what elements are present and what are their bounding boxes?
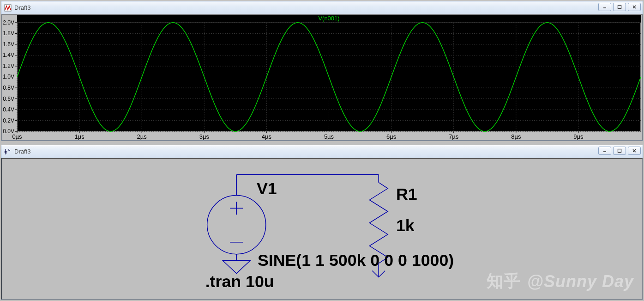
svg-text:3µs: 3µs — [199, 133, 209, 140]
close-button[interactable] — [628, 147, 641, 155]
svg-text:1.2V: 1.2V — [3, 63, 14, 69]
svg-rect-2 — [618, 6, 621, 9]
label-sine: SINE(1 1 500k 0 0 0 1000) — [258, 251, 454, 270]
svg-text:8µs: 8µs — [511, 133, 521, 140]
svg-text:6µs: 6µs — [386, 133, 396, 140]
svg-text:0.0V: 0.0V — [3, 128, 14, 135]
svg-rect-74 — [618, 149, 621, 153]
waveform-title: Draft3 — [14, 4, 30, 11]
svg-text:4µs: 4µs — [262, 133, 271, 140]
svg-text:1.0V: 1.0V — [3, 74, 14, 80]
label-v1: V1 — [257, 179, 277, 198]
close-button[interactable] — [628, 3, 641, 11]
label-r1: R1 — [396, 185, 417, 203]
maximize-button[interactable] — [613, 147, 626, 155]
svg-text:0.8V: 0.8V — [3, 85, 14, 91]
schematic-window[interactable]: Draft3 — [1, 145, 643, 300]
svg-text:2.0V: 2.0V — [3, 19, 14, 26]
svg-text:9µs: 9µs — [573, 133, 583, 140]
svg-text:5µs: 5µs — [324, 133, 334, 140]
svg-text:1.4V: 1.4V — [3, 52, 14, 58]
svg-text:0.6V: 0.6V — [3, 96, 14, 102]
svg-text:2µs: 2µs — [137, 133, 147, 140]
label-tran: .tran 10u — [205, 272, 274, 291]
schematic-titlebar[interactable]: Draft3 — [1, 145, 643, 158]
waveform-window-controls — [598, 3, 641, 11]
svg-text:1.6V: 1.6V — [3, 41, 14, 48]
schematic-window-controls — [598, 147, 641, 155]
schematic-canvas[interactable]: V1 R1 1k SINE(1 1 500k 0 0 0 1000) .tran… — [1, 158, 643, 300]
trace-label[interactable]: V(n001) — [318, 15, 339, 22]
waveform-plot[interactable]: V(n001)0µs1µs2µs3µs4µs5µs6µs7µs8µs9µs0.0… — [1, 14, 643, 141]
component-ground[interactable] — [223, 261, 250, 274]
svg-text:1.8V: 1.8V — [3, 30, 14, 37]
svg-marker-83 — [223, 261, 250, 274]
minimize-button[interactable] — [598, 147, 611, 155]
waveform-window[interactable]: Draft3 V(n001)0µs1µs2µs3µs4µs5µs6µs7µs8µ… — [1, 1, 643, 141]
waveform-titlebar[interactable]: Draft3 — [1, 1, 643, 14]
svg-text:1µs: 1µs — [74, 133, 84, 140]
label-r1-value: 1k — [396, 216, 415, 235]
svg-text:7µs: 7µs — [449, 133, 458, 140]
svg-text:0.2V: 0.2V — [3, 117, 14, 124]
waveform-icon — [4, 4, 12, 12]
svg-text:0.4V: 0.4V — [3, 106, 14, 113]
minimize-button[interactable] — [598, 3, 611, 11]
schematic-icon — [4, 148, 12, 155]
maximize-button[interactable] — [613, 3, 626, 11]
schematic-title: Draft3 — [14, 148, 30, 155]
